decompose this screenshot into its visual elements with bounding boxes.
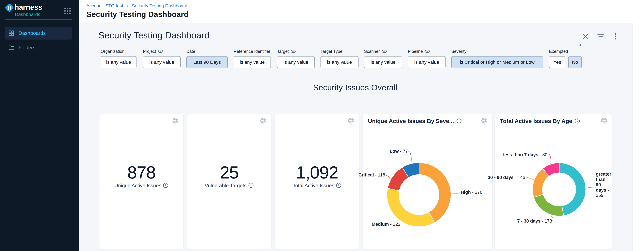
filter-label: Severity bbox=[451, 48, 543, 54]
chart-title: Total Active Issues By Age bbox=[500, 118, 580, 124]
filter-icon[interactable] bbox=[597, 33, 604, 40]
right-scroll-gutter[interactable] bbox=[632, 23, 644, 251]
slice-label-critical: Critical - 116 bbox=[358, 172, 385, 178]
section-title: Security Issues Overall bbox=[98, 83, 612, 92]
link-icon bbox=[158, 50, 163, 53]
filter-organization-button[interactable]: is any value bbox=[101, 56, 136, 68]
stat-label: Unique Active Issues bbox=[100, 183, 183, 188]
donut-slice-greater-than-90-days[interactable] bbox=[559, 163, 586, 216]
globe-icon[interactable] bbox=[348, 117, 354, 124]
globe-icon[interactable] bbox=[601, 117, 607, 124]
sidebar: harness Dashboards Dashboards bbox=[0, 0, 78, 251]
filter-label: Pipeline bbox=[408, 48, 446, 54]
slice-label-medium: Medium - 322 bbox=[372, 222, 400, 227]
donut-slice-high[interactable] bbox=[419, 163, 451, 222]
slice-label-less-than-7-days: less than 7 days - 80 bbox=[503, 152, 548, 157]
filter-label: Exempted bbox=[549, 48, 582, 54]
chart-title: Unique Active Issues By Seve... bbox=[368, 118, 462, 124]
sidebar-item-folders[interactable]: Folders bbox=[5, 41, 72, 54]
filter-severity: Severity is Critical or High or Medium o… bbox=[451, 48, 543, 68]
info-icon[interactable] bbox=[456, 118, 462, 124]
leader-line-low bbox=[408, 151, 411, 163]
filter-label: Organization bbox=[101, 48, 136, 54]
notification-dot bbox=[580, 44, 581, 46]
filter-date-button[interactable]: Last 90 Days bbox=[186, 56, 228, 68]
filter-target-button[interactable]: is any value bbox=[277, 56, 315, 68]
donut-slice-medium[interactable] bbox=[387, 188, 435, 227]
leader-line-less-than-7-days bbox=[549, 154, 551, 164]
filter-reference-identifier: Reference Identifier is any value bbox=[234, 48, 271, 68]
filter-target-type: Target Type is any value bbox=[320, 48, 358, 68]
sidebar-item-dashboards[interactable]: Dashboards bbox=[5, 26, 72, 39]
kebab-menu-icon[interactable] bbox=[612, 33, 619, 40]
module-grid-icon[interactable] bbox=[64, 7, 71, 15]
dashboard-title: Security Testing Dashboard bbox=[98, 30, 210, 40]
exempted-no-button[interactable]: No bbox=[568, 56, 582, 68]
dashboards-icon bbox=[8, 30, 14, 36]
slice-label-30-90-days: 30 - 90 days - 146 bbox=[488, 175, 525, 180]
breadcrumb-account-link[interactable]: Account: STO test bbox=[86, 3, 123, 8]
exempted-yes-button[interactable]: Yes bbox=[549, 56, 566, 68]
harness-logo-icon bbox=[5, 3, 14, 12]
filter-severity-button[interactable]: is Critical or High or Medium or Low bbox=[451, 56, 543, 68]
sidebar-item-label: Folders bbox=[18, 45, 35, 50]
stat-value: 25 bbox=[187, 163, 271, 183]
sidebar-divider bbox=[5, 19, 72, 20]
filter-date: Date Last 90 Days bbox=[186, 48, 228, 68]
filter-project-button[interactable]: is any value bbox=[143, 56, 180, 68]
filter-scanner: Scanner is any value bbox=[364, 48, 402, 68]
slice-label-high: High - 370 bbox=[461, 190, 482, 195]
slice-label-low: Low - 77 bbox=[390, 149, 408, 154]
leader-line-high bbox=[452, 193, 460, 194]
filter-organization: Organization is any value bbox=[101, 48, 136, 68]
brand-product-label: Dashboards bbox=[15, 12, 40, 17]
stat-value: 878 bbox=[100, 163, 183, 183]
filter-pipeline: Pipeline is any value bbox=[408, 48, 446, 68]
chart-card-total-active-issues-by-age: Total Active Issues By Age less than 7 d… bbox=[495, 114, 612, 249]
breadcrumb: Account: STO test › Security Testing Das… bbox=[86, 3, 187, 8]
dashboard-content: Security Testing Dashboard Organization … bbox=[78, 23, 632, 251]
dashboard-toolbar bbox=[582, 33, 626, 43]
brand-row: harness Dashboards bbox=[5, 3, 74, 18]
stat-card-vulnerable-targets: 25 Vulnerable Targets bbox=[187, 114, 271, 249]
app-root: harness Dashboards Dashboards bbox=[0, 0, 644, 251]
brand-name: harness bbox=[14, 3, 42, 11]
filter-project: Project is any value bbox=[143, 48, 180, 68]
filter-label: Target bbox=[277, 48, 315, 54]
link-icon bbox=[425, 50, 430, 53]
filter-pipeline-button[interactable]: is any value bbox=[408, 56, 446, 68]
age-donut-chart[interactable] bbox=[495, 141, 612, 249]
stat-card-unique-active-issues: 878 Unique Active Issues bbox=[100, 114, 183, 249]
severity-donut-chart[interactable] bbox=[363, 141, 492, 249]
info-icon[interactable] bbox=[336, 183, 341, 188]
filter-exempted: Exempted Yes No bbox=[549, 48, 582, 68]
link-icon bbox=[382, 50, 387, 53]
filter-target-type-button[interactable]: is any value bbox=[320, 56, 358, 68]
slice-label-greater-than-90-days: greater than 90 days - 359 bbox=[596, 172, 612, 198]
stat-label: Total Active Issues bbox=[275, 183, 359, 188]
topbar: Account: STO test › Security Testing Das… bbox=[78, 0, 644, 23]
stat-label: Vulnerable Targets bbox=[187, 183, 271, 188]
info-icon[interactable] bbox=[575, 118, 580, 124]
close-icon[interactable] bbox=[582, 33, 589, 40]
donut-slice-7-30-days[interactable] bbox=[534, 194, 564, 216]
filter-reference-identifier-button[interactable]: is any value bbox=[234, 56, 271, 68]
globe-icon[interactable] bbox=[481, 117, 488, 124]
slice-label-7-30-days: 7 - 30 days - 173 bbox=[517, 219, 552, 224]
globe-icon[interactable] bbox=[172, 117, 178, 124]
leader-line-greater-than-90-days bbox=[587, 187, 596, 188]
info-icon[interactable] bbox=[248, 183, 254, 188]
filter-label: Date bbox=[186, 48, 228, 54]
filter-target: Target is any value bbox=[277, 48, 315, 68]
breadcrumb-page-link[interactable]: Security Testing Dashboard bbox=[132, 3, 187, 8]
info-icon[interactable] bbox=[163, 183, 168, 188]
chart-card-unique-active-issues-by-severity: Unique Active Issues By Seve... Low - 77… bbox=[363, 114, 492, 249]
filter-label: Target Type bbox=[320, 48, 358, 54]
folder-icon bbox=[8, 45, 14, 50]
page-title: Security Testing Dashboard bbox=[86, 10, 189, 19]
filter-scanner-button[interactable]: is any value bbox=[364, 56, 402, 68]
sidebar-item-label: Dashboards bbox=[18, 30, 46, 36]
globe-icon[interactable] bbox=[260, 117, 266, 124]
filter-label: Reference Identifier bbox=[234, 48, 271, 54]
link-icon bbox=[291, 50, 296, 53]
